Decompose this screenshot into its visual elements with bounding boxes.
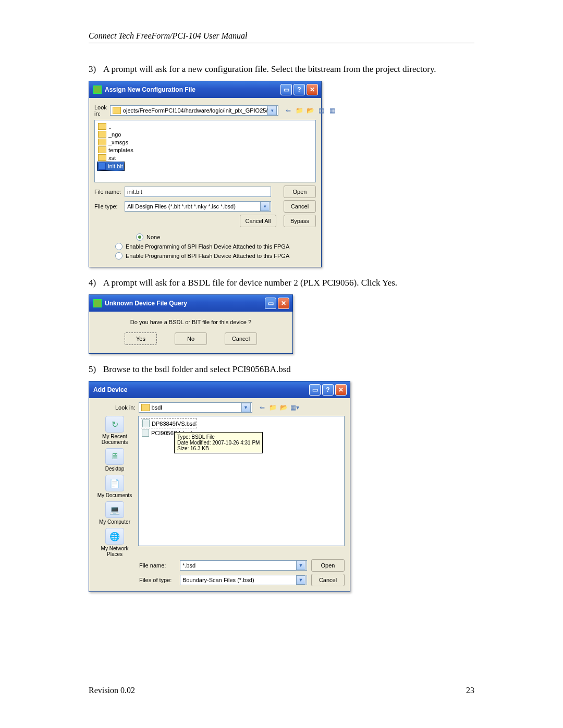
place-mydocs[interactable]: 📄My Documents: [97, 475, 132, 498]
chevron-down-icon[interactable]: ▼: [296, 575, 305, 585]
step-3-num: 3): [89, 64, 103, 75]
filetype-label: File type:: [94, 203, 121, 209]
lookin-label: Look in:: [115, 404, 136, 411]
up-folder-icon[interactable]: 📁: [295, 106, 304, 115]
dlg1-title: Assign New Configuration File: [105, 86, 195, 93]
app-icon: [93, 85, 102, 94]
cancel-button[interactable]: Cancel: [284, 200, 316, 213]
dlg3-titlebar[interactable]: Add Device ▭ ? ✕: [89, 381, 350, 398]
step-5-text: Browse to the bsdl folder and select PCI…: [103, 364, 474, 375]
place-mycomp[interactable]: 💻My Computer: [99, 501, 130, 525]
filename-input[interactable]: init.bit: [125, 187, 271, 197]
filename-combo[interactable]: *.bsd ▼: [180, 560, 307, 571]
step-3: 3) A prompt will ask for a new configura…: [89, 64, 474, 75]
revision-text: Revision 0.02: [89, 686, 135, 695]
back-icon[interactable]: ⇐: [258, 403, 267, 412]
doc-header: Connect Tech FreeForm/PCI-104 User Manua…: [89, 31, 474, 41]
step-4: 4) A prompt will ask for a BSDL file for…: [89, 278, 474, 288]
close-button[interactable]: ✕: [335, 384, 347, 396]
places-bar: ↻My Recent Documents 🖥Desktop 📄My Docume…: [94, 416, 135, 557]
yes-button[interactable]: Yes: [125, 332, 157, 345]
open-button[interactable]: Open: [311, 559, 345, 572]
app-icon: [93, 299, 102, 307]
step-3-text: A prompt will ask for a new configuratio…: [103, 64, 474, 75]
radio-icon: [136, 233, 143, 241]
file-tooltip: Type: BSDL File Date Modified: 2007-10-2…: [174, 432, 263, 453]
flash-radio-group: None Enable Programming of SPI Flash Dev…: [94, 229, 316, 263]
dlg2-message: Do you have a BSDL or BIT file for this …: [94, 319, 287, 325]
minimize-button[interactable]: ▭: [309, 384, 321, 396]
chevron-down-icon[interactable]: ▾: [267, 106, 277, 115]
file-item-initbit-selected[interactable]: init.bit: [97, 162, 125, 171]
radio-icon: [115, 252, 123, 260]
file-list[interactable]: .. _ngo _xmsgs templates xst init.bit: [94, 120, 316, 182]
dlg3-title: Add Device: [93, 386, 127, 393]
chevron-down-icon[interactable]: ▼: [296, 561, 305, 570]
mycomp-icon: 💻: [105, 501, 124, 518]
filetype-combo[interactable]: Boundary-Scan Files (*.bsd) ▼: [180, 575, 307, 585]
open-button[interactable]: Open: [284, 186, 316, 198]
back-icon[interactable]: ⇐: [284, 106, 293, 115]
minimize-button[interactable]: ▭: [280, 84, 292, 95]
chevron-down-icon[interactable]: ▼: [241, 403, 251, 412]
lookin-combo[interactable]: bsdl ▼: [139, 402, 252, 413]
nav-toolbar: ⇐ 📁 📂 ▤ ▦: [284, 106, 337, 115]
file-item-xst[interactable]: xst: [97, 154, 313, 162]
recent-icon: ↻: [105, 416, 124, 433]
bit-file-icon: [99, 163, 106, 170]
page-footer: Revision 0.02 23: [89, 686, 474, 695]
add-device-dialog: Add Device ▭ ? ✕ Look in: bsdl ▼ ⇐ 📁 📂: [89, 381, 350, 592]
file-item-templates[interactable]: templates: [97, 146, 313, 154]
new-folder-icon[interactable]: 📂: [305, 106, 315, 115]
lookin-value: ojects/FreeFormPCI104/hardware/logic/ini…: [123, 107, 268, 114]
page-number: 23: [466, 686, 474, 695]
assign-new-config-dialog: Assign New Configuration File ▭ ? ✕ Look…: [89, 81, 322, 267]
filename-label: File name:: [139, 562, 176, 569]
file-item-xmsgs[interactable]: _xmsgs: [97, 138, 313, 146]
cancel-button[interactable]: Cancel: [225, 332, 257, 345]
folder-icon: [98, 131, 106, 138]
mydocs-icon: 📄: [105, 475, 124, 491]
filetype-label: Files of type:: [139, 577, 176, 583]
radio-icon: [115, 243, 123, 250]
no-button[interactable]: No: [175, 332, 207, 345]
dlg1-titlebar[interactable]: Assign New Configuration File ▭ ? ✕: [89, 81, 321, 98]
list-view-icon[interactable]: ▤: [316, 106, 326, 115]
dlg2-titlebar[interactable]: Unknown Device File Query ▭ ✕: [89, 295, 292, 312]
file-list[interactable]: DP83849IVS.bsd PCI9056BA.bsd Type: BSDL …: [138, 416, 345, 546]
radio-spi[interactable]: Enable Programming of SPI Flash Device A…: [115, 242, 316, 251]
folder-icon: [113, 107, 121, 114]
file-item-dp[interactable]: DP83849IVS.bsd: [141, 418, 197, 428]
radio-bpi[interactable]: Enable Programming of BPI Flash Device A…: [115, 251, 316, 261]
filetype-combo[interactable]: All Design Files (*.bit *.rbt *.nky *.is…: [125, 201, 271, 212]
views-icon[interactable]: ▦▾: [290, 403, 300, 412]
place-desktop[interactable]: 🖥Desktop: [105, 448, 125, 472]
details-view-icon[interactable]: ▦: [327, 106, 337, 115]
bypass-button[interactable]: Bypass: [284, 215, 316, 227]
cancel-button[interactable]: Cancel: [311, 574, 345, 586]
place-recent[interactable]: ↻My Recent Documents: [94, 416, 135, 445]
help-button[interactable]: ?: [322, 384, 334, 396]
place-mynet[interactable]: 🌐My Network Places: [94, 528, 135, 557]
desktop-icon: 🖥: [105, 448, 124, 465]
filename-label: File name:: [94, 189, 121, 195]
up-folder-icon[interactable]: 📁: [268, 403, 278, 412]
bsd-file-icon: [142, 419, 150, 427]
folder-icon: [98, 139, 106, 145]
minimize-button[interactable]: ▭: [265, 298, 276, 309]
close-button[interactable]: ✕: [278, 298, 289, 309]
close-button[interactable]: ✕: [307, 84, 318, 95]
cancel-all-button[interactable]: Cancel All: [240, 215, 276, 227]
file-item-up[interactable]: ..: [97, 122, 313, 130]
file-item-ngo[interactable]: _ngo: [97, 130, 313, 138]
lookin-combo[interactable]: ojects/FreeFormPCI104/hardware/logic/ini…: [110, 105, 279, 116]
help-button[interactable]: ?: [293, 84, 305, 95]
chevron-down-icon[interactable]: ▾: [260, 202, 270, 211]
mynet-icon: 🌐: [105, 528, 124, 545]
bsd-file-icon: [142, 429, 149, 437]
new-folder-icon[interactable]: 📂: [279, 403, 289, 412]
radio-none[interactable]: None: [136, 232, 316, 242]
header-rule: [89, 43, 474, 43]
folder-icon: [98, 146, 106, 153]
step-4-num: 4): [89, 278, 103, 288]
